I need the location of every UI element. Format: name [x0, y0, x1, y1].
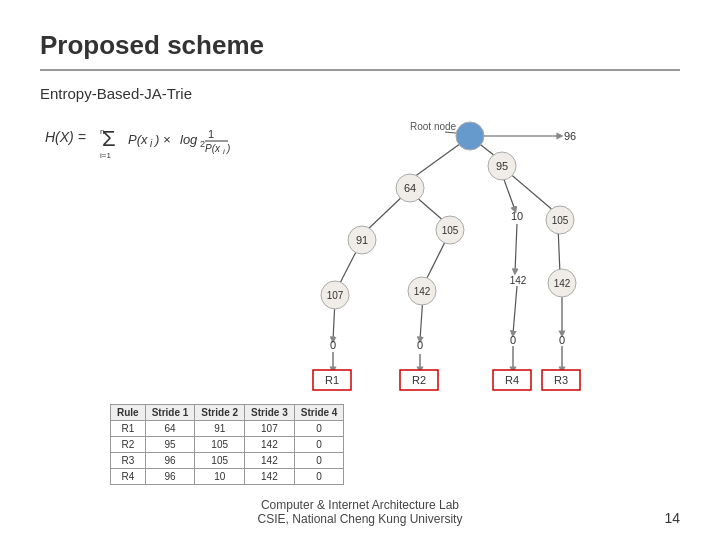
svg-text:1: 1 — [208, 128, 214, 140]
svg-text:91: 91 — [356, 234, 368, 246]
svg-text:0: 0 — [559, 334, 565, 346]
svg-line-21 — [508, 172, 555, 212]
stride-table: Rule Stride 1 Stride 2 Stride 3 Stride 4… — [110, 404, 344, 485]
svg-text:i: i — [223, 147, 225, 156]
svg-text:i: i — [150, 138, 153, 149]
svg-text:R3: R3 — [554, 374, 568, 386]
table-row: R164911070 — [111, 421, 344, 437]
stride-table-area: Rule Stride 1 Stride 2 Stride 3 Stride 4… — [110, 404, 344, 485]
footer-line1: Computer & Internet Architecture Lab — [258, 498, 463, 512]
col-stride1: Stride 1 — [145, 405, 195, 421]
svg-text:H(X) =: H(X) = — [45, 129, 86, 145]
table-cell: 142 — [245, 469, 295, 485]
table-cell: 0 — [294, 453, 344, 469]
svg-text:105: 105 — [442, 225, 459, 236]
svg-text:142: 142 — [554, 278, 571, 289]
tree-diagram: Root node — [250, 112, 680, 422]
svg-text:P(x: P(x — [128, 132, 148, 147]
table-cell: 0 — [294, 437, 344, 453]
svg-text:0: 0 — [417, 339, 423, 351]
svg-text:0: 0 — [510, 334, 516, 346]
svg-text:R4: R4 — [505, 374, 519, 386]
footer-line2: CSIE, National Cheng Kung University — [258, 512, 463, 526]
footer-text: Computer & Internet Architecture Lab CSI… — [258, 498, 463, 526]
table-cell: 142 — [245, 453, 295, 469]
footer: Computer & Internet Architecture Lab CSI… — [0, 498, 720, 526]
table-row: R2951051420 — [111, 437, 344, 453]
svg-text:0: 0 — [330, 339, 336, 351]
svg-text:P(x: P(x — [205, 143, 221, 154]
table-cell: 95 — [145, 437, 195, 453]
svg-text:R2: R2 — [412, 374, 426, 386]
svg-text:142: 142 — [414, 286, 431, 297]
table-row: R3961051420 — [111, 453, 344, 469]
svg-text:n: n — [100, 127, 104, 136]
table-cell: R1 — [111, 421, 146, 437]
svg-text:log: log — [180, 132, 198, 147]
svg-text:R1: R1 — [325, 374, 339, 386]
table-row: R496101420 — [111, 469, 344, 485]
slide-subtitle: Entropy-Based-JA-Trie — [40, 85, 680, 102]
title-divider — [40, 69, 680, 71]
table-cell: 64 — [145, 421, 195, 437]
svg-line-18 — [365, 194, 405, 232]
svg-text:): ) — [226, 143, 230, 154]
root-node-label: Root node — [410, 121, 457, 132]
svg-text:i=1: i=1 — [100, 151, 111, 160]
svg-text:96: 96 — [564, 130, 576, 142]
svg-text:142: 142 — [510, 275, 527, 286]
table-cell: 96 — [145, 453, 195, 469]
svg-text:10: 10 — [511, 210, 523, 222]
tree-svg: Root node — [250, 112, 650, 432]
slide-number: 14 — [664, 510, 680, 526]
svg-text:64: 64 — [404, 182, 416, 194]
table-cell: 0 — [294, 421, 344, 437]
table-cell: R4 — [111, 469, 146, 485]
table-cell: 105 — [195, 453, 245, 469]
col-rule: Rule — [111, 405, 146, 421]
svg-text:105: 105 — [552, 215, 569, 226]
slide: Proposed scheme Entropy-Based-JA-Trie H(… — [0, 0, 720, 540]
table-cell: 91 — [195, 421, 245, 437]
svg-line-19 — [415, 196, 445, 222]
svg-line-28 — [513, 286, 517, 334]
table-cell: 107 — [245, 421, 295, 437]
formula-area: H(X) = Σ i=1 n P(x i ) × log 2 1 P(x i ) — [40, 112, 240, 206]
svg-text:95: 95 — [496, 160, 508, 172]
svg-text:) ×: ) × — [153, 132, 171, 147]
col-stride3: Stride 3 — [245, 405, 295, 421]
slide-title: Proposed scheme — [40, 30, 680, 61]
table-cell: 142 — [245, 437, 295, 453]
svg-point-34 — [456, 122, 484, 150]
table-cell: R2 — [111, 437, 146, 453]
col-stride2: Stride 2 — [195, 405, 245, 421]
content-area: H(X) = Σ i=1 n P(x i ) × log 2 1 P(x i ) — [40, 112, 680, 422]
col-stride4: Stride 4 — [294, 405, 344, 421]
svg-line-24 — [515, 224, 517, 272]
table-cell: 96 — [145, 469, 195, 485]
table-cell: 10 — [195, 469, 245, 485]
table-cell: R3 — [111, 453, 146, 469]
formula-svg: H(X) = Σ i=1 n P(x i ) × log 2 1 P(x i ) — [40, 122, 230, 202]
table-cell: 105 — [195, 437, 245, 453]
table-cell: 0 — [294, 469, 344, 485]
svg-text:107: 107 — [327, 290, 344, 301]
